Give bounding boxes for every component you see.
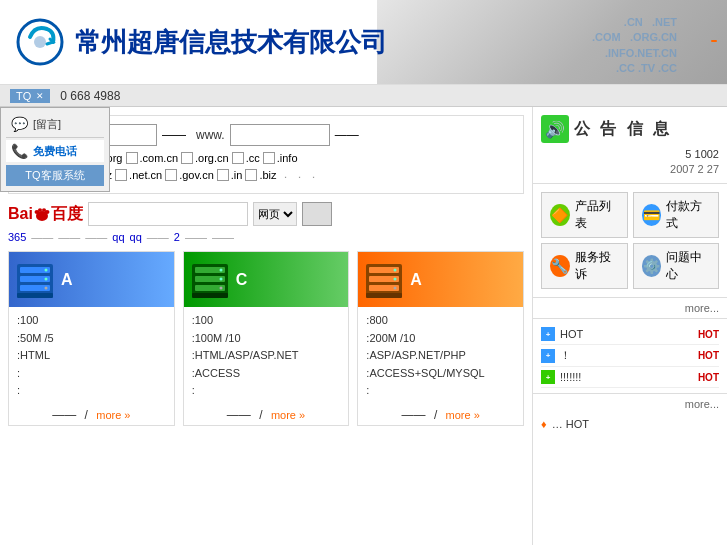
card3-more-link[interactable]: more » [446, 409, 480, 421]
link-365[interactable]: 365 [8, 231, 26, 243]
product-list-button[interactable]: 🔶 产品列表 [541, 192, 628, 238]
card2-price: :100 [192, 312, 341, 330]
card2-body: :100 :100M /10 :HTML/ASP/ASP.NET :ACCESS… [184, 307, 349, 405]
link-sep2: —— [58, 231, 80, 243]
cb-comcn[interactable]: .com.cn [126, 152, 179, 164]
card2-more-link[interactable]: more » [271, 409, 305, 421]
complaint-icon: 🔧 [550, 255, 570, 277]
link-2[interactable]: 2 [174, 231, 180, 243]
more-link-2[interactable]: more... [685, 398, 719, 410]
hosting-cards: A :100 :50M /5 :HTML : : —— / more » [8, 251, 524, 426]
link-qq2[interactable]: qq [130, 231, 142, 243]
logo-area: 常州超唐信息技术有限公司 [0, 7, 402, 77]
search-type-select[interactable]: 网页 新闻 图片 [253, 202, 297, 226]
unchecked-icon [217, 169, 229, 181]
cb-biz2[interactable]: .biz [245, 169, 276, 181]
cb-netcn[interactable]: .net.cn [115, 169, 162, 181]
tq-popup: 💬 [留言] 📞 免费电话 TQ客服系统 [0, 107, 110, 192]
header: 常州超唐信息技术有限公司 .CN .NET .COM .ORG.CN .INFO… [0, 0, 727, 85]
more-link-1[interactable]: more... [685, 302, 719, 314]
payment-method-button[interactable]: 💳 付款方式 [633, 192, 720, 238]
phone-number: 0 668 4988 [60, 89, 120, 103]
unchecked-icon [181, 152, 193, 164]
cb-in[interactable]: .in [217, 169, 243, 181]
service-complaint-button[interactable]: 🔧 服务投诉 [541, 243, 628, 289]
unchecked-icon [263, 152, 275, 164]
svg-point-11 [45, 268, 48, 271]
tq-dropdown-trigger[interactable]: TQ ✕ [10, 89, 50, 103]
card1-lang: :HTML [17, 347, 166, 365]
service-buttons-grid: 🔶 产品列表 💳 付款方式 🔧 服务投诉 ⚙️ 问题中心 [533, 184, 727, 298]
search-section: Bai 百度 网页 新闻 图片 [8, 202, 524, 226]
cb-govcn[interactable]: .gov.cn [165, 169, 214, 181]
server-icon-green [189, 259, 231, 301]
svg-point-1 [34, 36, 46, 48]
card1-type: A [56, 271, 73, 289]
hosting-card-1: A :100 :50M /5 :HTML : : —— / more » [8, 251, 175, 426]
link-sep5: —— [185, 231, 207, 243]
hot-item-2: + ！ HOT [541, 345, 719, 367]
card2-header: C [184, 252, 349, 307]
card3-footer: —— / more » [358, 405, 523, 425]
svg-point-19 [219, 268, 222, 271]
question-row: ♦ … HOT [533, 414, 727, 434]
www-label: www. [196, 128, 225, 142]
help-icon: ⚙️ [642, 255, 662, 277]
company-name: 常州超唐信息技术有限公司 [75, 25, 387, 60]
card2-support: : [192, 382, 341, 400]
cb-orgcn[interactable]: .org.cn [181, 152, 229, 164]
card2-space: :100M /10 [192, 330, 341, 348]
card2-type: C [231, 271, 248, 289]
link-sep4: —— [147, 231, 169, 243]
card1-body: :100 :50M /5 :HTML : : [9, 307, 174, 405]
help-center-button[interactable]: ⚙️ 问题中心 [633, 243, 720, 289]
domain-sep2: —— [335, 128, 359, 142]
baidu-logo: Bai 百度 [8, 204, 83, 225]
more-btn-row2: more... [533, 393, 727, 414]
card3-type: A [405, 271, 422, 289]
card2-footer: —— / more » [184, 405, 349, 425]
cb-cc[interactable]: .cc [232, 152, 260, 164]
message-icon: 💬 [11, 116, 28, 132]
search-button[interactable] [302, 202, 332, 226]
hosting-card-3: A :800 :200M /10 :ASP/ASP.NET/PHP :ACCES… [357, 251, 524, 426]
more-btn-row1: more... [533, 298, 727, 319]
domain-input-right[interactable] [230, 124, 330, 146]
right-sidebar: 🔊 公 告 信 息 5 1002 2007 2 27 🔶 产品列表 💳 付款方式… [532, 107, 727, 545]
card3-space: :200M /10 [366, 330, 515, 348]
unchecked-icon [165, 169, 177, 181]
card1-price: :100 [17, 312, 166, 330]
baidu-search-input[interactable] [88, 202, 248, 226]
card1-more-link[interactable]: more » [96, 409, 130, 421]
card3-body: :800 :200M /10 :ASP/ASP.NET/PHP :ACCESS+… [358, 307, 523, 405]
hot-list: + HOT HOT + ！ HOT + !!!!!!! HOT [533, 319, 727, 393]
domain-sep: —— [162, 128, 186, 142]
card3-db: :ACCESS+SQL/MYSQL [366, 365, 515, 383]
unchecked-icon [245, 169, 257, 181]
popup-divider [6, 137, 104, 138]
hot-text-2: ！ [560, 348, 693, 363]
ann-header: 🔊 公 告 信 息 [541, 115, 719, 143]
svg-point-5 [38, 208, 42, 212]
question-text: … HOT [552, 418, 589, 430]
svg-rect-14 [17, 293, 53, 298]
tq-message-item[interactable]: 💬 [留言] [6, 113, 104, 135]
unchecked-icon [115, 169, 127, 181]
card1-space: :50M /5 [17, 330, 166, 348]
tq-service-item[interactable]: TQ客服系统 [6, 165, 104, 186]
tq-free-call-item[interactable]: 📞 免费电话 [6, 140, 104, 162]
svg-rect-30 [366, 293, 402, 298]
card1-db: : [17, 365, 166, 383]
svg-point-12 [45, 277, 48, 280]
card3-price: :800 [366, 312, 515, 330]
hot-icon-2: + [541, 349, 555, 363]
server-icon-blue [14, 259, 56, 301]
hot-text-3: !!!!!!! [560, 371, 693, 383]
svg-point-21 [219, 286, 222, 289]
link-qq1[interactable]: qq [112, 231, 124, 243]
card1-footer: —— / more » [9, 405, 174, 425]
card1-support: : [17, 382, 166, 400]
hot-badge-2: HOT [698, 350, 719, 361]
hosting-card-2: C :100 :100M /10 :HTML/ASP/ASP.NET :ACCE… [183, 251, 350, 426]
cb-info[interactable]: .info [263, 152, 298, 164]
